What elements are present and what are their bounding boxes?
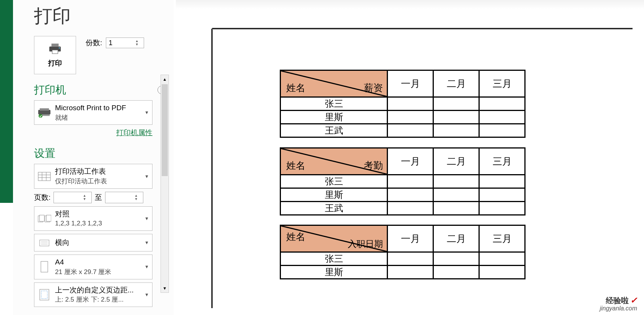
watermark-url: jingyanla.com	[600, 305, 637, 312]
data-cell	[433, 97, 479, 111]
margins-title: 上一次的自定义页边距...	[55, 285, 141, 295]
orientation-select[interactable]: 横向 ▼	[34, 234, 152, 251]
page-from-input[interactable]	[54, 193, 81, 202]
data-cell	[388, 188, 433, 202]
data-cell	[433, 266, 479, 279]
preview-table: 姓名 入职日期 一月 二月 三月 张三 里斯	[280, 225, 526, 279]
chevron-down-icon: ▼	[144, 264, 149, 269]
data-cell	[433, 175, 479, 188]
print-button-label: 打印	[48, 59, 62, 68]
data-cell	[479, 252, 525, 266]
settings-scrollbar[interactable]: ▲ ▼	[161, 75, 169, 293]
orientation-icon	[37, 237, 51, 249]
margins-sub: 上: 2.5 厘米 下: 2.5 厘...	[55, 295, 141, 304]
scroll-down-icon[interactable]: ▼	[161, 284, 169, 292]
copies-input[interactable]	[106, 38, 133, 48]
chevron-down-icon: ▼	[144, 110, 149, 115]
orientation-label: 横向	[55, 238, 141, 248]
data-cell	[479, 124, 525, 137]
diagonal-header-cell: 姓名 考勤	[281, 148, 388, 175]
diagonal-header-cell: 姓名 入职日期	[281, 225, 388, 252]
paper-dims: 21 厘米 x 29.7 厘米	[55, 268, 141, 277]
print-scope-select[interactable]: 打印活动工作表 仅打印活动工作表 ▼	[34, 164, 152, 188]
chevron-down-icon: ▼	[144, 174, 149, 179]
header-name: 姓名	[286, 82, 305, 94]
data-cell	[433, 202, 479, 215]
page-from-spinner[interactable]: ▲▼	[54, 192, 92, 203]
page-to-input[interactable]	[105, 193, 132, 202]
name-cell: 王武	[281, 202, 388, 215]
svg-rect-14	[39, 215, 44, 221]
data-cell	[388, 252, 433, 266]
pages-to-label: 至	[95, 193, 102, 202]
print-settings-panel: 打印 打印 份数: ▲ ▼ 打印	[13, 0, 174, 315]
copies-spinner[interactable]: ▲ ▼	[106, 38, 144, 48]
data-cell	[433, 252, 479, 266]
printer-section-title: 打印机 i	[34, 83, 174, 97]
scroll-up-icon[interactable]: ▲	[161, 75, 169, 83]
margins-icon	[37, 289, 51, 301]
header-right: 薪资	[364, 82, 383, 94]
svg-rect-0	[52, 43, 59, 46]
name-cell: 王武	[281, 124, 388, 137]
month-header: 三月	[479, 70, 525, 97]
data-cell	[388, 202, 433, 215]
chevron-down-icon: ▼	[144, 292, 149, 297]
data-cell	[479, 175, 525, 188]
margins-select[interactable]: 上一次的自定义页边距... 上: 2.5 厘米 下: 2.5 厘... ▼	[34, 282, 152, 307]
copies-label: 份数:	[86, 38, 102, 48]
header-right: 入职日期	[348, 238, 383, 250]
svg-rect-16	[46, 215, 51, 221]
backstage-green-bar	[0, 0, 13, 203]
data-cell	[479, 266, 525, 279]
worksheet-icon	[37, 172, 51, 181]
spinner-down-icon[interactable]: ▼	[81, 197, 88, 201]
collate-select[interactable]: 对照 1,2,3 1,2,3 1,2,3 ▼	[34, 206, 152, 231]
month-header: 一月	[388, 225, 433, 252]
svg-point-3	[59, 47, 60, 48]
print-button[interactable]: 打印	[34, 36, 76, 74]
printer-select[interactable]: Microsoft Print to PDF 就绪 ▼	[34, 100, 152, 125]
name-cell: 里斯	[281, 111, 388, 124]
header-right: 考勤	[364, 159, 383, 172]
data-cell	[388, 124, 433, 137]
printer-section-label: 打印机	[34, 83, 66, 97]
printer-properties-link[interactable]: 打印机属性	[116, 129, 152, 137]
month-header: 三月	[479, 225, 525, 252]
paper-size-title: A4	[55, 257, 141, 268]
month-header: 二月	[433, 70, 479, 97]
spinner-down-icon[interactable]: ▼	[133, 43, 141, 46]
pages-label: 页数:	[34, 193, 50, 202]
watermark-title: 经验啦	[606, 296, 629, 305]
preview-table: 姓名 考勤 一月 二月 三月 张三 里斯 王武	[280, 147, 526, 215]
collate-title: 对照	[55, 209, 141, 219]
month-header: 一月	[388, 148, 433, 175]
name-cell: 张三	[281, 97, 388, 111]
name-cell: 张三	[281, 175, 388, 188]
data-cell	[388, 175, 433, 188]
paper-size-select[interactable]: A4 21 厘米 x 29.7 厘米 ▼	[34, 255, 152, 279]
month-header: 二月	[433, 225, 479, 252]
scroll-thumb[interactable]	[162, 84, 168, 176]
data-cell	[433, 111, 479, 124]
chevron-down-icon: ▼	[144, 240, 149, 245]
page-to-spinner[interactable]: ▲▼	[105, 192, 143, 203]
name-cell: 里斯	[281, 188, 388, 202]
data-cell	[479, 97, 525, 111]
data-cell	[479, 202, 525, 215]
data-cell	[433, 124, 479, 137]
preview-top-shadow	[176, 0, 644, 9]
print-preview-page: 姓名 薪资 一月 二月 三月 张三 里斯 王武 姓名 考勤 一月 二月 三月	[212, 29, 633, 308]
preview-table: 姓名 薪资 一月 二月 三月 张三 里斯 王武	[280, 70, 526, 138]
scope-sub: 仅打印活动工作表	[55, 177, 141, 186]
month-header: 三月	[479, 148, 525, 175]
scope-title: 打印活动工作表	[55, 166, 141, 177]
name-cell: 里斯	[281, 266, 388, 279]
svg-rect-21	[41, 261, 48, 272]
data-cell	[433, 188, 479, 202]
data-cell	[388, 266, 433, 279]
spinner-down-icon[interactable]: ▼	[132, 197, 140, 201]
name-cell: 张三	[281, 252, 388, 266]
data-cell	[479, 111, 525, 124]
printer-device-icon	[37, 108, 51, 118]
